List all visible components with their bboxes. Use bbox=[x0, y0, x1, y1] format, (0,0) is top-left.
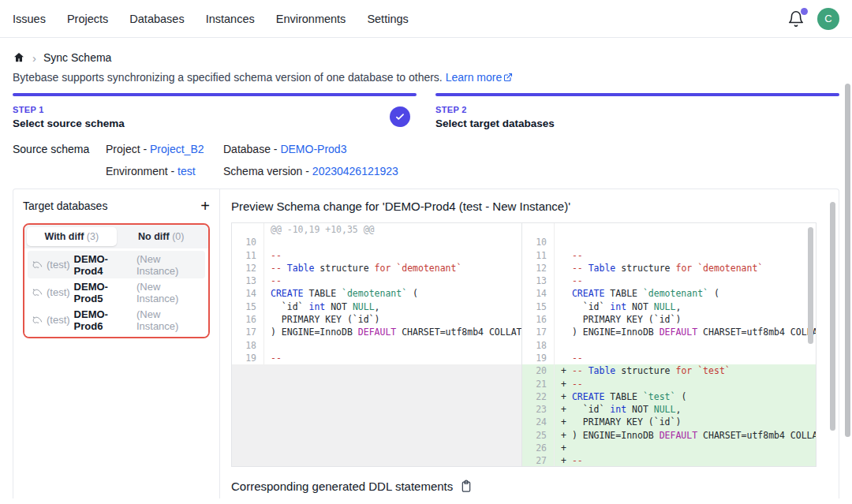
diff-line: 15 `id` int NOT NULL, bbox=[522, 301, 816, 313]
notifications-button[interactable] bbox=[787, 9, 806, 28]
step-2[interactable]: STEP 2 Select target databases bbox=[435, 93, 839, 129]
intro-description: Bytebase supports synchronizing a specif… bbox=[13, 71, 443, 84]
diff-line: 16 PRIMARY KEY (`id`) bbox=[232, 313, 521, 326]
diff-line: 13-- bbox=[232, 274, 521, 287]
diff-line-added: 27+ -- bbox=[522, 454, 816, 466]
copy-ddl-button[interactable] bbox=[460, 480, 473, 493]
diff-line-added: 20+ -- Table structure for `test` bbox=[522, 364, 816, 377]
diff-line: 16 PRIMARY KEY (`id`) bbox=[522, 313, 816, 326]
db-name: DEMO-Prod4 bbox=[74, 253, 133, 277]
db-environment: (test) bbox=[47, 259, 70, 271]
schema-diff-editor: @@ -10,19 +10,35 @@1011--12-- Table stru… bbox=[231, 222, 816, 467]
source-schema-section: Source schema Project - Project_B2 Datab… bbox=[13, 143, 839, 177]
field-schema-version: Schema version - 20230426121923 bbox=[223, 165, 839, 177]
diff-line: 17) ENGINE=InnoDB DEFAULT CHARSET=utf8mb… bbox=[232, 326, 521, 338]
diff-line-added: 23+ `id` int NOT NULL, bbox=[522, 403, 816, 416]
external-link-icon bbox=[503, 73, 513, 82]
diff-tabs: With diff (3)No diff (0) bbox=[24, 225, 208, 248]
diff-pane-modified: 10 11 --12 -- Table structure for `demot… bbox=[521, 223, 816, 466]
environment-link[interactable]: test bbox=[178, 165, 196, 177]
step-1-label: STEP 1 bbox=[13, 105, 417, 114]
diff-line: 14 CREATE TABLE `demotenant` ( bbox=[522, 287, 816, 300]
step-1-check-icon bbox=[390, 106, 410, 127]
db-environment: (test) bbox=[47, 286, 70, 298]
target-databases-title: Target databases bbox=[23, 200, 107, 212]
schema-version-link[interactable]: 20230426121923 bbox=[312, 165, 398, 177]
home-icon[interactable] bbox=[13, 51, 25, 64]
diff-line bbox=[522, 223, 816, 236]
db-instance-suffix: (New Instance) bbox=[136, 308, 200, 332]
field-environment: Environment - test bbox=[106, 165, 223, 177]
mysql-icon bbox=[32, 259, 43, 270]
mysql-icon bbox=[32, 315, 43, 325]
database-item-demo-prod6[interactable]: (test)DEMO-Prod6(New Instance) bbox=[28, 306, 205, 334]
mysql-icon bbox=[32, 287, 43, 297]
diff-pane-original: @@ -10,19 +10,35 @@1011--12-- Table stru… bbox=[232, 223, 521, 466]
tab-count: (3) bbox=[87, 231, 99, 242]
step-1-title: Select source schema bbox=[13, 118, 417, 129]
intro-text: Bytebase supports synchronizing a specif… bbox=[13, 71, 839, 84]
notification-dot bbox=[801, 8, 808, 15]
field-project: Project - Project_B2 bbox=[106, 143, 223, 155]
source-schema-label: Source schema bbox=[13, 143, 106, 155]
step-indicator: STEP 1 Select source schema STEP 2 Selec… bbox=[13, 93, 839, 129]
page-scrollbar[interactable] bbox=[845, 84, 850, 437]
diff-line-added: 24+ PRIMARY KEY (`id`) bbox=[522, 416, 816, 428]
tab-with-diff[interactable]: With diff (3) bbox=[27, 227, 117, 246]
project-link[interactable]: Project_B2 bbox=[150, 143, 204, 155]
learn-more-link[interactable]: Learn more bbox=[446, 71, 514, 84]
db-instance-suffix: (New Instance) bbox=[136, 253, 200, 277]
step-2-label: STEP 2 bbox=[435, 105, 839, 114]
preview-title: Preview Schema change for 'DEMO-Prod4 (t… bbox=[231, 200, 816, 213]
diff-line: 15 `id` int NOT NULL, bbox=[232, 301, 521, 313]
ddl-section-title: Corresponding generated DDL statements bbox=[231, 480, 453, 493]
diff-line: 10 bbox=[522, 236, 816, 248]
diff-line: 17 ) ENGINE=InnoDB DEFAULT CHARSET=utf8m… bbox=[522, 326, 816, 338]
breadcrumb-separator: › bbox=[32, 52, 36, 64]
diff-line: 14CREATE TABLE `demotenant` ( bbox=[232, 287, 521, 300]
field-database: Database - DEMO-Prod3 bbox=[223, 143, 839, 155]
database-item-demo-prod4[interactable]: (test)DEMO-Prod4(New Instance) bbox=[28, 251, 205, 278]
database-link[interactable]: DEMO-Prod3 bbox=[280, 143, 346, 155]
diff-hunk-header: @@ -10,19 +10,35 @@ bbox=[232, 223, 521, 236]
diff-empty-filler bbox=[232, 364, 521, 466]
diff-line: 10 bbox=[232, 236, 521, 248]
db-name: DEMO-Prod6 bbox=[74, 308, 133, 332]
diff-line-added: 25+ ) ENGINE=InnoDB DEFAULT CHARSET=utf8… bbox=[522, 429, 816, 442]
step-2-title: Select target databases bbox=[435, 118, 839, 129]
top-nav: IssuesProjectsDatabasesInstancesEnvironm… bbox=[0, 0, 852, 38]
step-1[interactable]: STEP 1 Select source schema bbox=[13, 93, 417, 129]
step-1-bar bbox=[13, 93, 417, 96]
diff-line: 13 -- bbox=[522, 274, 816, 287]
diff-line-added: 26+ bbox=[522, 442, 816, 454]
target-databases-box: With diff (3)No diff (0) (test)DEMO-Prod… bbox=[23, 223, 210, 338]
diff-line: 11 -- bbox=[522, 249, 816, 262]
database-list: (test)DEMO-Prod4(New Instance)(test)DEMO… bbox=[24, 248, 208, 337]
target-databases-panel: Target databases + With diff (3)No diff … bbox=[13, 189, 220, 498]
diff-line: 18 bbox=[522, 339, 816, 352]
nav-item-environments[interactable]: Environments bbox=[276, 13, 346, 25]
nav-item-projects[interactable]: Projects bbox=[67, 13, 108, 25]
diff-line: 11-- bbox=[232, 249, 521, 262]
clipboard-icon bbox=[460, 480, 473, 493]
database-item-demo-prod5[interactable]: (test)DEMO-Prod5(New Instance) bbox=[28, 278, 205, 306]
tab-no-diff[interactable]: No diff (0) bbox=[117, 227, 207, 246]
diff-line-added: 22+ CREATE TABLE `test` ( bbox=[522, 390, 816, 403]
add-target-database-button[interactable]: + bbox=[200, 198, 210, 214]
diff-line: 12-- Table structure for `demotenant` bbox=[232, 262, 521, 274]
avatar[interactable]: C bbox=[817, 8, 839, 30]
panel-scrollbar[interactable] bbox=[830, 202, 835, 431]
db-environment: (test) bbox=[47, 314, 70, 326]
db-name: DEMO-Prod5 bbox=[74, 281, 133, 304]
nav-item-databases[interactable]: Databases bbox=[129, 13, 184, 25]
diff-line: 19 -- bbox=[522, 352, 816, 364]
diff-line: 12 -- Table structure for `demotenant` bbox=[522, 262, 816, 274]
main-panel: Target databases + With diff (3)No diff … bbox=[13, 189, 839, 498]
nav-item-settings[interactable]: Settings bbox=[367, 13, 408, 25]
step-2-bar bbox=[435, 93, 839, 96]
nav-items: IssuesProjectsDatabasesInstancesEnvironm… bbox=[13, 13, 409, 25]
editor-scrollbar[interactable] bbox=[808, 227, 813, 344]
nav-item-issues[interactable]: Issues bbox=[13, 13, 46, 25]
nav-item-instances[interactable]: Instances bbox=[206, 13, 255, 25]
diff-line: 18 bbox=[232, 339, 521, 352]
